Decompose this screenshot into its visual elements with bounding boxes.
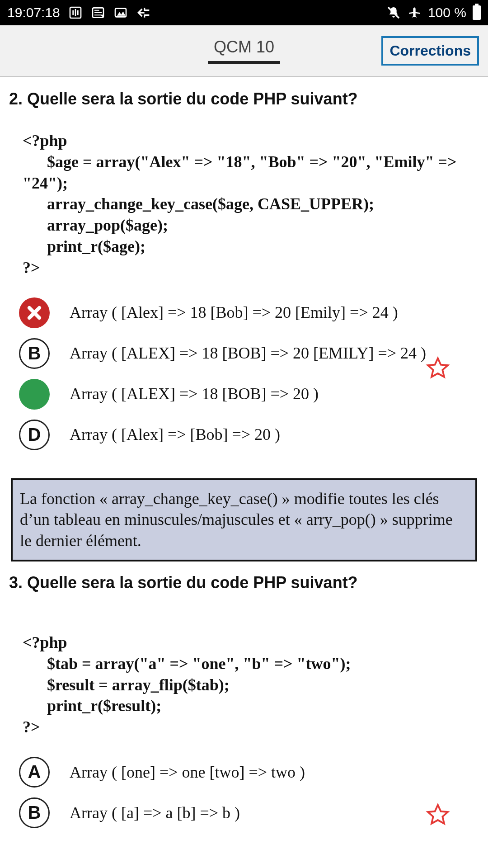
airplane-icon <box>407 5 422 20</box>
question-title: 2. Quelle sera la sortie du code PHP sui… <box>9 90 479 108</box>
wrong-icon <box>19 297 50 328</box>
answer-text: Array ( [one] => one [two] => two ) <box>70 761 471 783</box>
news-icon <box>91 5 105 20</box>
answer-letter: D <box>19 420 50 450</box>
status-left: 19:07:18 <box>7 5 150 20</box>
explanation-box: La fonction « array_change_key_case() » … <box>11 478 477 561</box>
answer-text: Array ( [ALEX] => 18 [BOB] => 20 [EMILY]… <box>70 342 471 364</box>
answer-c[interactable]: Array ( [ALEX] => 18 [BOB] => 20 ) <box>13 379 471 410</box>
answer-a[interactable]: Array ( [Alex] => 18 [Bob] => 20 [Emily]… <box>13 297 471 328</box>
answers-list: Array ( [Alex] => 18 [Bob] => 20 [Emily]… <box>9 291 479 473</box>
svg-marker-4 <box>117 11 126 15</box>
correct-icon <box>19 379 50 410</box>
star-icon[interactable] <box>426 803 450 827</box>
answer-a[interactable]: A Array ( [one] => one [two] => two ) <box>13 757 471 788</box>
title-underline <box>208 61 280 64</box>
answer-text: Array ( [ALEX] => 18 [BOB] => 20 ) <box>70 383 471 405</box>
code-block: <?php $tab = array("a" => "one", "b" => … <box>9 614 479 750</box>
status-time: 19:07:18 <box>7 5 60 20</box>
page-title: QCM 10 <box>208 38 280 61</box>
answer-letter: A <box>19 757 50 788</box>
share-icon <box>136 5 150 20</box>
question-3: 3. Quelle sera la sortie du code PHP sui… <box>9 573 479 851</box>
content: 2. Quelle sera la sortie du code PHP sui… <box>0 77 488 851</box>
answer-text: Array ( [Alex] => 18 [Bob] => 20 [Emily]… <box>70 302 471 324</box>
question-title: 3. Quelle sera la sortie du code PHP sui… <box>9 573 479 592</box>
answer-b[interactable]: B Array ( [ALEX] => 18 [BOB] => 20 [EMIL… <box>13 338 471 369</box>
star-icon[interactable] <box>426 356 450 381</box>
answer-letter: B <box>19 797 50 828</box>
status-right: 100 % <box>386 5 481 20</box>
code-block: <?php $age = array("Alex" => "18", "Bob"… <box>9 130 479 291</box>
battery-text: 100 % <box>428 5 466 20</box>
header-title-wrap[interactable]: QCM 10 <box>208 38 280 64</box>
answer-text: Array ( [Alex] => [Bob] => 20 ) <box>70 424 471 446</box>
answers-list: A Array ( [one] => one [two] => two ) B … <box>9 750 479 851</box>
app-header: QCM 10 Corrections <box>0 25 488 77</box>
question-2: 2. Quelle sera la sortie du code PHP sui… <box>9 90 479 561</box>
battery-icon <box>473 5 481 20</box>
bell-off-icon <box>386 5 401 20</box>
status-bar: 19:07:18 100 % <box>0 0 488 25</box>
answer-letter: B <box>19 338 50 369</box>
answer-d[interactable]: D Array ( [Alex] => [Bob] => 20 ) <box>13 420 471 450</box>
corrections-button[interactable]: Corrections <box>381 36 479 66</box>
answer-b[interactable]: B Array ( [a] => a [b] => b ) <box>13 797 471 828</box>
gallery-icon <box>113 5 128 20</box>
prayer-icon <box>68 5 83 20</box>
answer-text: Array ( [a] => a [b] => b ) <box>70 802 471 824</box>
